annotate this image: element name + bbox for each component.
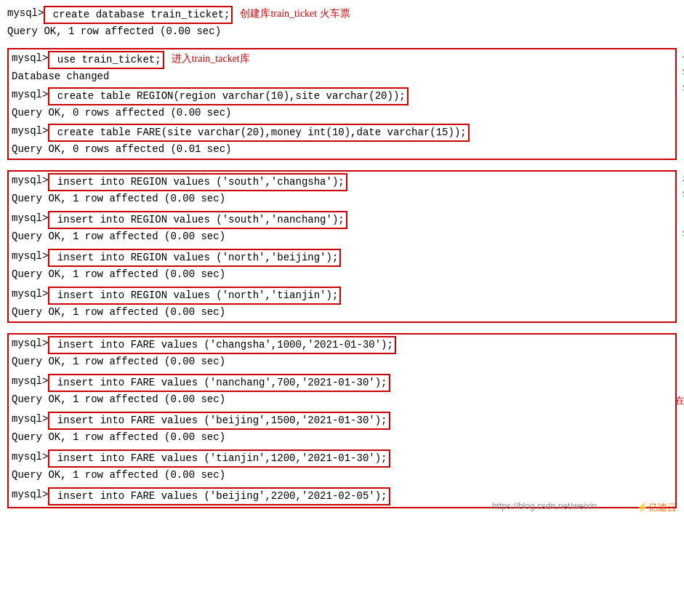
result-insert-fare-1: Query OK, 1 row affected (0.00 sec) xyxy=(12,354,672,369)
group-fare-inserts: 在表FARE中再插入数据记录 mysql> insert into FARE v… xyxy=(7,333,677,508)
prompt-r4: mysql> xyxy=(12,287,48,302)
prompt: mysql> xyxy=(7,6,44,21)
cmd-insert-fare-1: insert into FARE values ('changsha',1000… xyxy=(48,336,395,354)
annotation-insert-fare-title: 在表FARE中再插入数据记录 xyxy=(675,393,684,409)
result-create-region: Query OK, 0 rows affected (0.00 sec) xyxy=(12,105,672,121)
cmd-insert-region-2: insert into REGION values ('south','nanc… xyxy=(48,211,347,229)
result-insert-fare-3: Query OK, 1 row affected (0.00 sec) xyxy=(12,430,672,445)
prompt-f2: mysql> xyxy=(12,374,48,389)
result-insert-region-3: Query OK, 1 row affected (0.00 sec) xyxy=(12,267,672,282)
cmd-insert-region-4: insert into REGION values ('north','tian… xyxy=(48,287,341,305)
prompt-f5: mysql> xyxy=(12,487,48,503)
cmd-insert-fare-5: insert into FARE values ('beijing',2200,… xyxy=(48,487,390,505)
prompt-create-region: mysql> xyxy=(12,87,48,103)
logo: ⚡亿速云 xyxy=(637,501,677,514)
cmd-use: use train_ticket; xyxy=(48,51,164,69)
line-insert-fare-3-cmd: mysql> insert into FARE values ('beijing… xyxy=(12,412,672,430)
line-insert-region-3-cmd: mysql> insert into REGION values ('north… xyxy=(12,249,672,267)
prompt-f3: mysql> xyxy=(12,412,48,427)
result-insert-region-2: Query OK, 1 row affected (0.00 sec) xyxy=(12,229,672,244)
prompt-r1: mysql> xyxy=(12,173,48,188)
line-insert-region-4-cmd: mysql> insert into REGION values ('north… xyxy=(12,287,672,305)
line-insert-region-2-cmd: mysql> insert into REGION values ('south… xyxy=(12,211,672,229)
line-insert-fare-4-cmd: mysql> insert into FARE values ('tianjin… xyxy=(12,449,672,468)
result-create-db: Query OK, 1 row affected (0.00 sec) xyxy=(7,24,677,39)
prompt-r3: mysql> xyxy=(12,249,48,264)
result-insert-region-1: Query OK, 1 row affected (0.00 sec) xyxy=(12,191,672,207)
prompt-create-fare: mysql> xyxy=(12,124,48,139)
prompt-r2: mysql> xyxy=(12,211,48,226)
block-create-db: mysql> create database train_ticket;创建库t… xyxy=(7,6,677,39)
group-use-create: 创建表REGIN:地区 字段一:region:地区 可变长字段，最多10字符 字… xyxy=(7,48,677,160)
result-insert-region-4: Query OK, 1 row affected (0.00 sec) xyxy=(12,305,672,320)
prompt-use: mysql> xyxy=(12,51,48,66)
prompt-f4: mysql> xyxy=(12,449,48,465)
watermark: https://blog.csdn.net/weixin xyxy=(492,501,597,511)
terminal-container: mysql> create database train_ticket;创建库t… xyxy=(0,0,684,517)
cmd-create-region: create table REGION(region varchar(10),s… xyxy=(48,87,408,105)
result-insert-fare-2: Query OK, 1 row affected (0.00 sec) xyxy=(12,392,672,407)
cmd-insert-region-1: insert into REGION values ('south','chan… xyxy=(48,173,347,191)
logo-icon: ⚡ xyxy=(637,502,648,513)
line-create-region-cmd: mysql> create table REGION(region varcha… xyxy=(12,87,672,105)
line-insert-region-1-cmd: mysql> insert into REGION values ('south… xyxy=(12,173,672,191)
cmd-insert-fare-4: insert into FARE values ('tianjin',1200,… xyxy=(48,449,390,468)
result-use: Database changed xyxy=(12,69,672,84)
cmd-create-fare: create table FARE(site varchar(20),money… xyxy=(48,124,469,142)
cmd-insert-fare-2: insert into FARE values ('nanchang',700,… xyxy=(48,374,390,392)
cmd-insert-fare-3: insert into FARE values ('beijing',1500,… xyxy=(48,412,390,430)
logo-text: 亿速云 xyxy=(648,502,677,513)
annotation-create-db: 创建库train_ticket 火车票 xyxy=(240,6,350,21)
line-create-fare-cmd: mysql> create table FARE(site varchar(20… xyxy=(12,124,672,142)
result-create-fare: Query OK, 0 rows affected (0.01 sec) xyxy=(12,142,672,157)
line-insert-fare-2-cmd: mysql> insert into FARE values ('nanchan… xyxy=(12,374,672,392)
line-use-cmd: mysql> use train_ticket;进入train_tacket库 xyxy=(12,51,672,69)
line-create-db-cmd: mysql> create database train_ticket;创建库t… xyxy=(7,6,677,24)
annotation-fare-inserts: 在表FARE中再插入数据记录 xyxy=(675,393,684,409)
result-insert-fare-4: Query OK, 1 row affected (0.00 sec) xyxy=(12,468,672,483)
line-insert-fare-1-cmd: mysql> insert into FARE values ('changsh… xyxy=(12,336,672,354)
cmd-insert-region-3: insert into REGION values ('north','beij… xyxy=(48,249,341,267)
cmd-create-db: create database train_ticket; xyxy=(44,6,233,24)
annotation-use: 进入train_tacket库 xyxy=(172,51,250,66)
prompt-f1: mysql> xyxy=(12,336,48,351)
group-region-inserts: 在表REGION中插入数据记录 字段一分别为：south：南方 north：北方… xyxy=(7,170,677,323)
